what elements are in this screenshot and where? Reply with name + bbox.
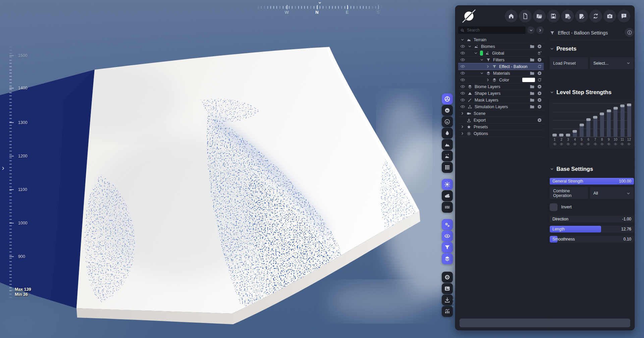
home-button[interactable] [505, 10, 518, 22]
display-grid-button[interactable] [442, 162, 453, 173]
tree-row-simulation-layers[interactable]: Simulation Layers [458, 104, 544, 110]
export-view-button[interactable] [442, 294, 453, 306]
bar-eye-icon[interactable] [606, 142, 611, 146]
viewport-snapshot-button[interactable] [442, 283, 453, 294]
bar-handle[interactable] [627, 104, 631, 106]
new-project-button[interactable] [519, 10, 532, 22]
compass[interactable]: W N E S [255, 2, 384, 16]
tree-row-materials[interactable]: Materials [458, 70, 544, 77]
bar-eye-icon[interactable] [627, 142, 631, 146]
open-project-button[interactable] [533, 10, 546, 22]
display-shaded-button[interactable] [442, 93, 453, 105]
plus-button[interactable] [537, 71, 542, 76]
level-step-bar-4[interactable] [573, 130, 577, 137]
bar-handle[interactable] [559, 134, 564, 136]
eye-icon[interactable] [460, 71, 468, 76]
refresh-button[interactable] [537, 77, 542, 83]
level-step-bar-5[interactable] [580, 124, 584, 137]
eye-icon[interactable] [460, 51, 468, 56]
bar-handle[interactable] [566, 134, 570, 136]
level-step-bar-9[interactable] [607, 110, 611, 137]
bar-eye-icon[interactable] [566, 142, 570, 146]
bar-eye-icon[interactable] [573, 142, 577, 146]
bar-handle[interactable] [600, 113, 604, 115]
tree-row-biome-layers[interactable]: Biome Layers [458, 83, 544, 90]
plus-button[interactable] [537, 84, 542, 89]
tree-row-export[interactable]: Export [458, 117, 544, 124]
tree-row-biomes[interactable]: Biomes [458, 43, 544, 50]
display-heightmap-button[interactable] [442, 105, 453, 116]
preset-select[interactable]: Select... [590, 57, 634, 69]
length-slider[interactable]: Length 12.76 [550, 226, 634, 232]
chevron-down-icon[interactable] [480, 58, 486, 62]
expand-all-button[interactable] [536, 26, 544, 34]
plus-button[interactable] [537, 91, 542, 96]
folder-button[interactable] [530, 104, 535, 110]
direction-slider[interactable]: Direction -1.00 [550, 216, 634, 222]
bar-eye-icon[interactable] [600, 142, 604, 146]
general-strength-slider[interactable]: General Strength 100.00 [550, 178, 634, 185]
tree-row-effect-balloon[interactable]: Effect - Balloon [458, 63, 544, 70]
bar-handle[interactable] [620, 105, 625, 107]
toggle-preview-button[interactable] [442, 230, 453, 242]
level-step-bar-3[interactable] [566, 134, 570, 137]
chevron-down-icon[interactable] [480, 71, 486, 76]
bar-handle[interactable] [593, 116, 597, 119]
level-step-bar-6[interactable] [586, 118, 590, 137]
bar-handle[interactable] [552, 134, 557, 136]
tree-row-presets[interactable]: Presets [458, 124, 544, 130]
bar-handle[interactable] [607, 110, 611, 112]
view-statistics-button[interactable] [442, 306, 453, 317]
folder-button[interactable] [530, 44, 535, 49]
folder-button[interactable] [530, 71, 535, 76]
bar-handle[interactable] [613, 107, 618, 110]
chevron-down-icon[interactable] [468, 44, 474, 49]
toggle-fog-button[interactable] [442, 202, 453, 213]
section-presets[interactable]: Presets [550, 45, 634, 52]
bar-handle[interactable] [580, 124, 584, 126]
info-button[interactable] [625, 28, 634, 37]
search-box[interactable] [458, 26, 526, 34]
chevron-down-icon[interactable] [474, 51, 480, 56]
color-swatch[interactable] [522, 78, 535, 82]
tree-row-global[interactable]: Global [458, 50, 544, 57]
eye-icon[interactable] [460, 44, 468, 49]
layers-plus-button[interactable] [537, 51, 542, 56]
folder-button[interactable] [530, 91, 535, 96]
bar-eye-icon[interactable] [580, 142, 584, 146]
plus-button[interactable] [537, 57, 542, 63]
left-panel-expand-button[interactable] [1, 165, 7, 172]
section-level-steps[interactable]: Level Step Strengths [550, 88, 634, 96]
bar-eye-icon[interactable] [593, 142, 597, 146]
plus-button[interactable] [537, 118, 542, 123]
panel-resize-handle[interactable] [452, 299, 453, 307]
collapse-all-button[interactable] [527, 26, 535, 34]
refresh-button[interactable] [537, 64, 542, 69]
bar-eye-icon[interactable] [586, 142, 591, 146]
chevron-right-icon[interactable] [486, 78, 492, 82]
chevron-right-icon[interactable] [460, 125, 467, 129]
eye-icon[interactable] [460, 64, 468, 69]
tree-row-options[interactable]: Options [458, 130, 544, 137]
smoothness-slider[interactable]: Smoothness 0.10 [550, 236, 634, 243]
bar-eye-icon[interactable] [613, 142, 618, 146]
eye-icon[interactable] [460, 91, 468, 96]
toggle-filters-button[interactable] [442, 242, 453, 253]
plus-button[interactable] [537, 44, 542, 49]
display-features-button[interactable] [442, 150, 453, 161]
chevron-down-icon[interactable] [460, 38, 467, 42]
bar-eye-icon[interactable] [620, 142, 625, 146]
bar-eye-icon[interactable] [552, 142, 557, 146]
toggle-auto-process-button[interactable] [442, 219, 453, 230]
level-step-bar-10[interactable] [613, 107, 618, 137]
toggle-sun-button[interactable] [442, 179, 453, 190]
tree-row-scene[interactable]: Scene [458, 110, 544, 117]
chevron-right-icon[interactable] [486, 64, 492, 69]
tree-row-color[interactable]: Color [458, 77, 544, 83]
record-viewport-button[interactable] [442, 272, 453, 283]
level-step-bar-8[interactable] [600, 113, 604, 137]
level-step-bar-7[interactable] [593, 116, 597, 137]
folder-button[interactable] [530, 84, 535, 89]
plus-button[interactable] [537, 104, 542, 110]
plus-button[interactable] [537, 97, 542, 103]
